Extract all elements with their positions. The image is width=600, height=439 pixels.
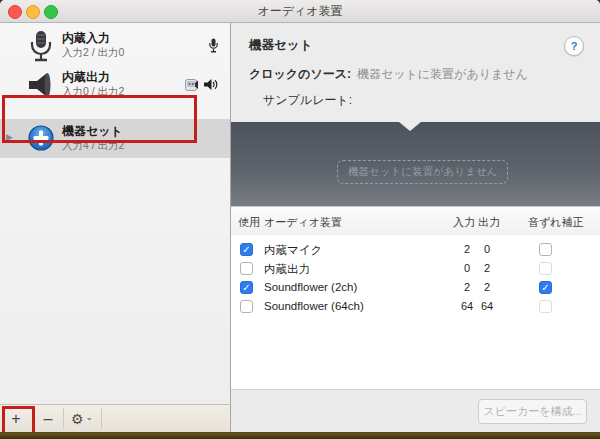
remove-device-button[interactable]: – xyxy=(34,405,62,432)
device-cell: Soundflower (2ch) xyxy=(264,281,357,293)
drift-checkbox[interactable] xyxy=(539,243,552,256)
aggregate-detail-panel: 機器セット ? クロックのソース:機器セットに装置がありません サンプルレート:… xyxy=(231,23,600,432)
table-row[interactable]: 内蔵出力 0 2 xyxy=(231,259,600,278)
table-row[interactable]: Soundflower (64ch) 64 64 xyxy=(231,297,600,316)
table-row[interactable]: 内蔵マイク 2 0 xyxy=(231,240,600,259)
device-name: 内蔵出力 xyxy=(62,69,110,86)
popover-notch xyxy=(399,122,421,131)
question-icon: ? xyxy=(571,40,578,52)
device-name: 内蔵入力 xyxy=(62,30,110,47)
device-table: 内蔵マイク 2 0 内蔵出力 0 2 Soundflower (2ch) 2 2 xyxy=(231,235,600,390)
minus-icon: – xyxy=(44,410,53,428)
close-button[interactable] xyxy=(8,5,22,19)
output-count: 64 xyxy=(475,300,499,312)
output-count: 2 xyxy=(475,262,499,274)
default-input-mic-icon xyxy=(209,38,218,53)
aggregate-plus-icon xyxy=(28,125,54,151)
col-drift: 音ずれ補正 xyxy=(528,215,584,230)
action-menu-button[interactable]: ⚙⌄ xyxy=(64,405,100,432)
device-cell: 内蔵出力 xyxy=(264,262,310,277)
device-channels: 入力0 / 出力2 xyxy=(62,85,124,99)
device-sidebar: 内蔵入力 入力2 / 出力0 内蔵出力 入力0 / 出力2 xyxy=(0,23,230,432)
toolbar-divider xyxy=(101,408,102,429)
panel-title: 機器セット xyxy=(249,37,312,54)
audio-devices-window: オーディオ装置 内蔵入力 入力2 / 出力0 xyxy=(0,0,600,432)
device-name: 機器セット xyxy=(62,123,123,140)
sound-effects-icon xyxy=(185,78,200,91)
device-table-header: 使用 オーディオ装置 入力 出力 音ずれ補正 xyxy=(231,206,600,236)
drift-checkbox[interactable] xyxy=(539,262,552,275)
minimize-button[interactable] xyxy=(26,5,40,19)
device-channels: 入力2 / 出力0 xyxy=(62,46,124,60)
empty-aggregate-message: 機器セットに装置がありません xyxy=(337,160,508,184)
device-channels: 入力4 / 出力2 xyxy=(62,139,124,153)
chevron-down-icon: ⌄ xyxy=(86,412,94,422)
drift-checkbox[interactable] xyxy=(539,281,552,294)
sample-rate-label: サンプルレート: xyxy=(263,92,352,109)
clock-source-label: クロックのソース: xyxy=(249,67,351,81)
use-checkbox[interactable] xyxy=(240,243,253,256)
sidebar-item-aggregate-device[interactable]: ▶ 機器セット 入力4 / 出力2 xyxy=(0,119,230,158)
configure-speakers-button[interactable]: スピーカーを構成... xyxy=(478,399,587,424)
output-count: 0 xyxy=(475,243,499,255)
clock-source-row: クロックのソース:機器セットに装置がありません xyxy=(249,66,528,83)
sidebar-toolbar: + – ⚙⌄ xyxy=(0,404,230,432)
disclosure-triangle-icon[interactable]: ▶ xyxy=(6,132,13,142)
device-cell: Soundflower (64ch) xyxy=(264,300,364,312)
use-checkbox[interactable] xyxy=(240,281,253,294)
speaker-icon xyxy=(26,69,56,101)
output-count: 2 xyxy=(475,281,499,293)
title-bar: オーディオ装置 xyxy=(0,0,600,23)
default-output-speaker-icon xyxy=(204,78,218,91)
subdevice-drop-zone: 機器セットに装置がありません xyxy=(231,122,600,206)
use-checkbox[interactable] xyxy=(240,300,253,313)
microphone-icon xyxy=(26,30,56,62)
device-cell: 内蔵マイク xyxy=(264,243,322,258)
desktop-wallpaper-strip xyxy=(0,431,600,439)
col-output: 出力 xyxy=(478,215,500,230)
gear-icon: ⚙ xyxy=(71,411,84,427)
col-device: オーディオ装置 xyxy=(264,215,342,230)
col-input: 入力 xyxy=(453,215,475,230)
table-row[interactable]: Soundflower (2ch) 2 2 xyxy=(231,278,600,297)
col-use: 使用 xyxy=(238,215,260,230)
panel-footer: スピーカーを構成... xyxy=(231,389,600,432)
drift-checkbox[interactable] xyxy=(539,300,552,313)
clock-source-value: 機器セットに装置がありません xyxy=(357,67,528,81)
zoom-button[interactable] xyxy=(44,5,58,19)
add-device-button[interactable]: + xyxy=(2,405,30,432)
help-button[interactable]: ? xyxy=(564,36,584,56)
window-title: オーディオ装置 xyxy=(0,0,600,22)
sidebar-item-builtin-input[interactable]: 内蔵入力 入力2 / 出力0 xyxy=(0,26,230,65)
use-checkbox[interactable] xyxy=(240,262,253,275)
plus-icon: + xyxy=(11,410,20,428)
sidebar-item-builtin-output[interactable]: 内蔵出力 入力0 / 出力2 xyxy=(0,65,230,104)
